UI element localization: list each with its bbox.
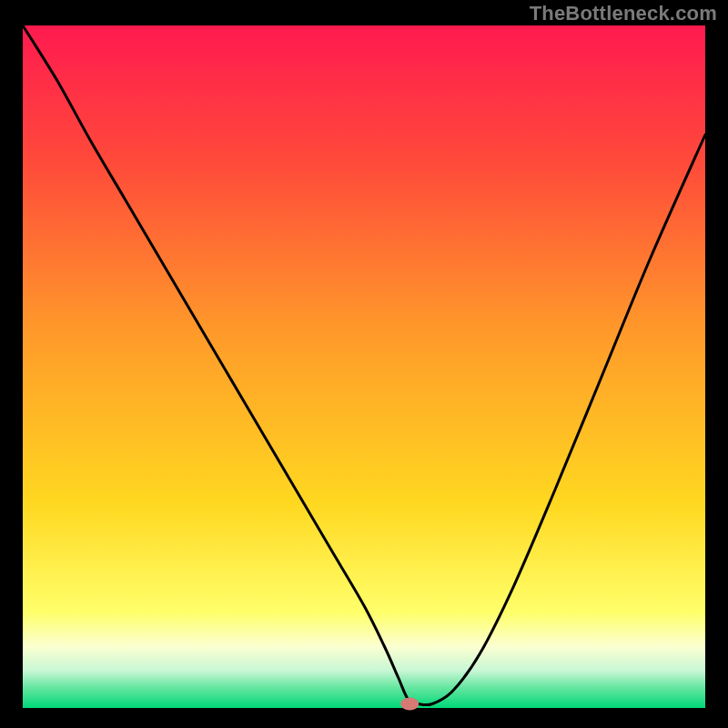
chart-frame: TheBottleneck.com [0, 0, 728, 728]
watermark-text: TheBottleneck.com [530, 2, 717, 25]
optimal-marker [400, 698, 419, 711]
bottleneck-chart [0, 0, 728, 728]
